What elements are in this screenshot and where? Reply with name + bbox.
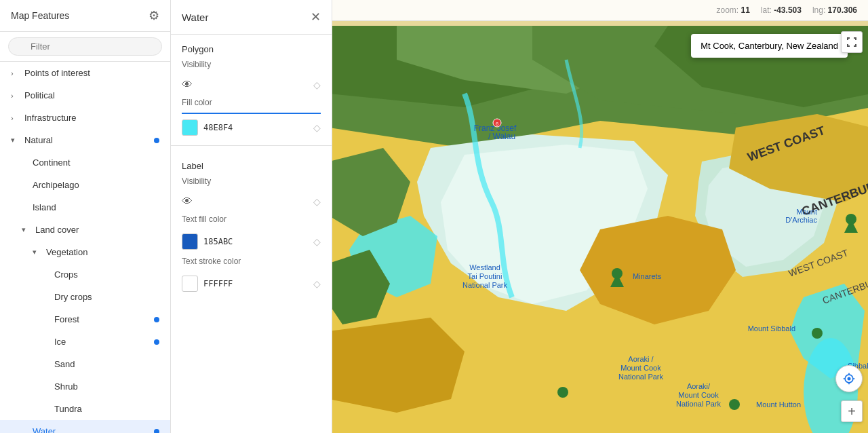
sidebar-item-water[interactable]: Water	[0, 420, 170, 433]
svg-point-46	[729, 399, 740, 410]
map-svg: WEST COAST CANTERBURY WEST COAST CANTERB…	[332, 26, 868, 433]
map-top-bar: zoom: 11 lat: -43.503 lng: 170.306	[332, 0, 868, 21]
sidebar-item-forest[interactable]: Forest	[0, 308, 170, 331]
svg-point-49	[557, 387, 568, 398]
arrow-icon: ▾	[11, 136, 22, 145]
zoom-label: zoom: 11	[716, 5, 749, 15]
svg-text:Minarets: Minarets	[633, 272, 662, 280]
polygon-visibility-row: 👁 ◇	[171, 75, 332, 95]
zoom-plus-button[interactable]: +	[841, 400, 863, 422]
sidebar-item-label: Ice	[54, 337, 154, 347]
sidebar-item-land-cover[interactable]: ▾Land cover	[0, 219, 170, 241]
text-fill-color-label: Text fill color	[171, 212, 332, 229]
fullscreen-button[interactable]	[841, 31, 863, 53]
text-fill-color-value: 185ABC	[203, 237, 233, 246]
sidebar-item-shrub[interactable]: Shrub	[0, 375, 170, 398]
filter-input[interactable]	[8, 37, 162, 56]
sidebar-item-dry-crops[interactable]: Dry crops	[0, 286, 170, 308]
arrow-icon: ›	[11, 92, 22, 100]
sidebar-item-infrastructure[interactable]: ›Infrastructure	[0, 107, 170, 129]
text-fill-color-swatch[interactable]	[182, 233, 198, 250]
section-divider-1	[171, 145, 332, 146]
sidebar-item-natural[interactable]: ▾Natural	[0, 129, 170, 151]
close-icon[interactable]: ✕	[311, 10, 321, 24]
panel-header: Water ✕	[171, 0, 332, 35]
sidebar-item-sand[interactable]: Sand	[0, 353, 170, 375]
sidebar-item-political[interactable]: ›Political	[0, 84, 170, 107]
sidebar-item-label: Crops	[54, 269, 159, 280]
sidebar-item-label: Dry crops	[54, 292, 159, 302]
sidebar-item-label: Island	[33, 202, 159, 212]
label-section-label: Label	[171, 151, 332, 174]
svg-text:Westland: Westland	[469, 263, 500, 271]
svg-text:6: 6	[496, 121, 499, 127]
text-stroke-color-label: Text stroke color	[171, 254, 332, 271]
modified-dot	[154, 429, 159, 434]
map-area[interactable]: zoom: 11 lat: -43.503 lng: 170.306 Mt Co…	[332, 0, 868, 433]
svg-marker-16	[332, 318, 465, 413]
svg-text:Mount: Mount	[796, 208, 817, 216]
svg-text:Mount Cook: Mount Cook	[678, 391, 719, 399]
svg-point-36	[612, 268, 623, 279]
sidebar-item-tundra[interactable]: Tundra	[0, 398, 170, 420]
polygon-section-label: Polygon	[171, 35, 332, 57]
sidebar-item-label: Land cover	[35, 225, 159, 235]
svg-point-43	[812, 328, 823, 339]
arrow-icon: ›	[11, 114, 22, 122]
sidebar-item-ice[interactable]: Ice	[0, 331, 170, 353]
lng-label: lng: 170.306	[812, 5, 857, 15]
gear-icon[interactable]: ⚙	[149, 8, 159, 23]
location-button[interactable]	[835, 365, 863, 392]
sidebar-item-label: Tundra	[54, 404, 159, 414]
diamond-icon-text-fill[interactable]: ◇	[313, 236, 321, 247]
visibility-label-label: Visibility	[171, 174, 332, 191]
label-visibility-row: 👁 ◇	[171, 191, 332, 212]
svg-point-50	[848, 377, 851, 381]
svg-text:Aoraki/: Aoraki/	[687, 382, 711, 390]
modified-dot	[154, 138, 159, 143]
svg-point-39	[846, 214, 856, 225]
svg-text:Mount Sibbald: Mount Sibbald	[748, 324, 795, 333]
fill-color-value: 48E8F4	[203, 123, 233, 132]
map-tooltip: Mt Cook, Canterbury, New Zealand	[691, 34, 848, 58]
svg-text:National Park: National Park	[676, 400, 722, 408]
arrow-icon: ▾	[22, 225, 33, 234]
sidebar-list: ›Points of interest›Political›Infrastruc…	[0, 62, 170, 433]
sidebar-item-label: Infrastructure	[24, 113, 159, 123]
feature-panel: Water ✕ Polygon Visibility 👁 ◇ Fill colo…	[171, 0, 332, 433]
sidebar-item-points-of-interest[interactable]: ›Points of interest	[0, 62, 170, 84]
sidebar-item-label: Archipelago	[33, 180, 159, 190]
svg-text:/ Waiau: / Waiau	[488, 132, 515, 141]
text-stroke-color-swatch[interactable]	[182, 276, 198, 292]
sidebar-item-label: Natural	[24, 135, 154, 145]
sidebar-item-vegetation[interactable]: ▾Vegetation	[0, 241, 170, 263]
svg-text:Mount Cook: Mount Cook	[620, 364, 661, 372]
text-stroke-color-row: FFFFFF ◇	[171, 271, 332, 296]
sidebar-item-label: Vegetation	[46, 247, 159, 257]
fill-color-swatch[interactable]	[182, 119, 198, 136]
sidebar-item-label: Shrub	[54, 381, 159, 392]
fill-color-row: 48E8F4 ◇	[171, 115, 332, 140]
diamond-icon-text-stroke[interactable]: ◇	[313, 278, 321, 289]
eye-icon-label[interactable]: 👁	[182, 195, 193, 208]
eye-icon-polygon[interactable]: 👁	[182, 79, 193, 91]
fill-color-divider	[182, 113, 321, 114]
arrow-icon: ▾	[33, 248, 43, 257]
lat-label: lat: -43.503	[761, 5, 802, 15]
sidebar-title: Map Features	[11, 10, 69, 21]
sidebar-item-island[interactable]: Island	[0, 196, 170, 219]
svg-text:Mount Hutton: Mount Hutton	[756, 400, 801, 409]
modified-dot	[154, 317, 159, 322]
sidebar-item-crops[interactable]: Crops	[0, 263, 170, 286]
diamond-icon-polygon[interactable]: ◇	[313, 79, 321, 90]
diamond-icon-fill[interactable]: ◇	[313, 122, 321, 133]
panel-title: Water	[182, 12, 208, 23]
text-stroke-color-value: FFFFFF	[203, 279, 233, 288]
diamond-icon-label[interactable]: ◇	[313, 196, 321, 207]
sidebar: Map Features ⚙ ☰ ›Points of interest›Pol…	[0, 0, 171, 433]
sidebar-item-continent[interactable]: Continent	[0, 151, 170, 174]
svg-text:D'Archiac: D'Archiac	[785, 216, 817, 224]
sidebar-item-label: Points of interest	[24, 68, 159, 78]
sidebar-item-label: Water	[33, 426, 154, 433]
sidebar-item-archipelago[interactable]: Archipelago	[0, 174, 170, 196]
